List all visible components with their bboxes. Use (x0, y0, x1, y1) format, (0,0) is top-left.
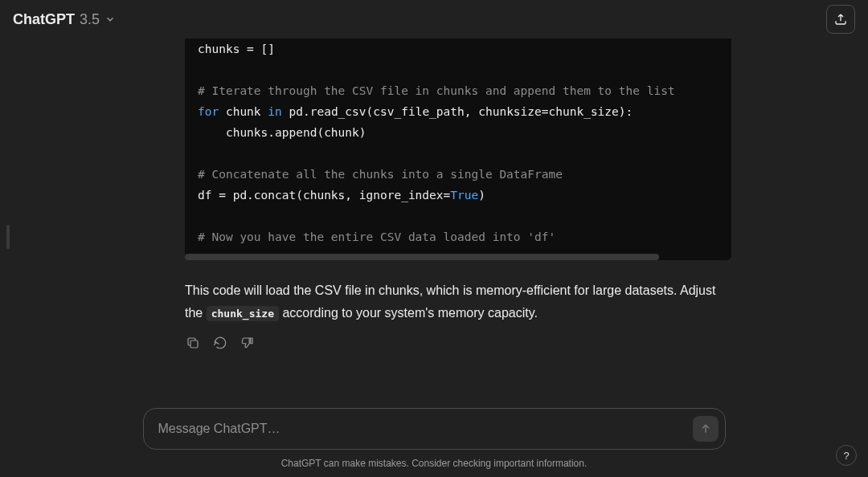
send-button[interactable] (693, 416, 719, 442)
header: ChatGPT 3.5 (0, 0, 868, 39)
model-selector[interactable]: ChatGPT 3.5 (13, 11, 116, 28)
help-button[interactable]: ? (836, 445, 857, 466)
copy-icon (186, 336, 200, 350)
share-icon (833, 12, 848, 26)
dislike-button[interactable] (240, 335, 256, 351)
code-block: chunks = [] # Iterate through the CSV fi… (185, 39, 731, 260)
thumbs-down-icon (240, 336, 255, 350)
message-input[interactable] (158, 422, 693, 436)
svg-rect-0 (190, 340, 198, 348)
arrow-up-icon (699, 422, 712, 435)
chevron-down-icon (104, 14, 116, 25)
assistant-message-text: This code will load the CSV file in chun… (185, 279, 731, 325)
model-name: ChatGPT (13, 11, 75, 28)
message-text-part2: according to your system's memory capaci… (279, 306, 538, 320)
regenerate-button[interactable] (212, 335, 228, 351)
code-horizontal-scrollbar[interactable] (185, 254, 659, 260)
input-bar-wrap (0, 408, 868, 450)
message-input-bar (143, 408, 726, 450)
code-content: chunks = [] # Iterate through the CSV fi… (185, 39, 731, 260)
share-button[interactable] (826, 5, 855, 34)
copy-button[interactable] (185, 335, 201, 351)
inline-code-chunk-size: chunk_size (207, 306, 279, 321)
model-version: 3.5 (80, 11, 100, 28)
chat-area: chunks = [] # Iterate through the CSV fi… (0, 39, 868, 389)
message-actions (185, 335, 731, 351)
help-label: ? (843, 450, 849, 462)
regenerate-icon (213, 336, 227, 350)
message-column: chunks = [] # Iterate through the CSV fi… (185, 39, 731, 389)
footer-disclaimer: ChatGPT can make mistakes. Consider chec… (0, 458, 868, 469)
